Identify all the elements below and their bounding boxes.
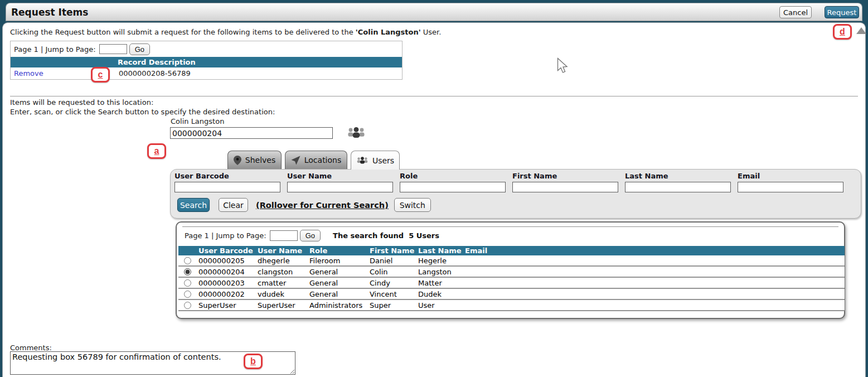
results-table-header: User Barcode User Name Role First Name L…: [178, 246, 845, 255]
cell-user-name: dhegerle: [255, 257, 307, 265]
scroll-up-arrow-icon[interactable]: [856, 27, 866, 34]
comments-label: Comments:: [10, 344, 52, 352]
annotation-d: d: [833, 24, 852, 40]
destination-line1: Items will be requested to this location…: [10, 98, 153, 107]
tab-shelves[interactable]: Shelves: [227, 151, 282, 169]
navigation-arrow-icon: [291, 156, 300, 165]
annotation-b: b: [244, 354, 263, 369]
search-field: Email: [738, 172, 843, 192]
items-table-row: Remove 0000000208-56789: [11, 67, 402, 79]
user-select-radio[interactable]: [184, 291, 191, 298]
cell-first-name: Cindy: [367, 279, 416, 287]
rollover-current-search-link[interactable]: (Rollover for Current Search): [256, 201, 389, 210]
destination-barcode-input[interactable]: [170, 127, 333, 139]
results-top-rule: [182, 226, 838, 227]
cell-last-name: User: [416, 301, 463, 310]
request-items-page: Request Items Cancel Request Clicking th…: [0, 0, 868, 377]
results-jump-page-input[interactable]: [270, 230, 298, 241]
annotation-a: a: [147, 143, 166, 159]
col-role: Role: [307, 246, 367, 255]
section-divider: [10, 96, 858, 96]
results-rows: 0000000205 dhegerle Fileroom Daniel Hege…: [178, 255, 845, 311]
cell-user-barcode: SuperUser: [196, 301, 255, 310]
items-table-header: Record Description: [11, 57, 402, 67]
cell-user-barcode: 0000000202: [196, 290, 255, 298]
tab-locations[interactable]: Locations: [285, 151, 347, 169]
destination-line2: Enter, scan, or click the Search button …: [10, 108, 275, 116]
search-field-label: First Name: [512, 172, 618, 181]
col-email: Email: [463, 246, 845, 255]
tab-shelves-label: Shelves: [245, 156, 275, 165]
cell-last-name: Hegerle: [416, 257, 463, 265]
users-group-icon[interactable]: [347, 126, 366, 140]
user-select-radio[interactable]: [184, 268, 191, 276]
items-jump-page-input[interactable]: [99, 44, 127, 54]
items-go-button[interactable]: Go: [129, 44, 150, 55]
results-pager-label: Page 1 | Jump to Page:: [185, 231, 266, 240]
remove-link[interactable]: Remove: [14, 69, 43, 78]
cell-user-name: SuperUser: [255, 301, 307, 310]
cell-user-name: vdudek: [255, 290, 307, 298]
intro-suffix: User.: [421, 28, 442, 36]
annotation-c: c: [91, 67, 110, 83]
switch-button[interactable]: Switch: [394, 198, 431, 212]
user-select-radio[interactable]: [184, 257, 191, 264]
user-select-radio[interactable]: [184, 279, 191, 287]
cell-last-name: Langston: [416, 268, 463, 276]
search-field: User Barcode: [174, 172, 280, 192]
cell-role: General: [307, 279, 367, 287]
request-button[interactable]: Request: [825, 6, 859, 18]
items-table: Page 1 | Jump to Page: Go Record Descrip…: [10, 41, 403, 80]
table-row[interactable]: 0000000204 clangston General Colin Langs…: [178, 267, 845, 278]
search-field-label: Email: [738, 172, 843, 181]
search-field: First Name: [512, 172, 618, 192]
search-button[interactable]: Search: [177, 198, 210, 212]
intro-user-name: 'Colin Langston': [356, 28, 421, 36]
search-results-panel: Page 1 | Jump to Page: Go The search fou…: [176, 221, 845, 319]
search-field-input[interactable]: [512, 182, 618, 192]
window-header: Request Items: [6, 3, 862, 21]
table-row[interactable]: 0000000203 cmatter General Cindy Matter: [178, 278, 845, 289]
table-row[interactable]: SuperUser SuperUser Administrators Super…: [178, 300, 845, 311]
results-pager: Page 1 | Jump to Page: Go The search fou…: [185, 230, 439, 241]
col-first-name: First Name: [367, 246, 416, 255]
search-field-input[interactable]: [400, 182, 506, 192]
search-field-label: Role: [400, 172, 506, 181]
search-field-label: User Name: [287, 172, 393, 181]
col-last-name: Last Name: [416, 246, 463, 255]
cell-role: General: [307, 290, 367, 298]
col-user-barcode: User Barcode: [196, 246, 255, 255]
cell-user-barcode: 0000000203: [196, 279, 255, 287]
cell-user-barcode: 0000000204: [196, 268, 255, 276]
search-field-label: Last Name: [625, 172, 731, 181]
cell-role: Administrators: [307, 301, 367, 310]
search-field-input[interactable]: [625, 182, 731, 192]
table-row[interactable]: 0000000202 vdudek General Vincent Dudek: [178, 289, 845, 300]
search-field: Last Name: [625, 172, 731, 192]
tab-users[interactable]: Users: [351, 151, 400, 170]
search-field: User Name: [287, 172, 393, 192]
users-icon: [356, 156, 368, 165]
cell-user-barcode: 0000000205: [196, 257, 255, 265]
col-user-name: User Name: [255, 246, 307, 255]
intro-text: Clicking the Request button will submit …: [10, 28, 441, 36]
record-description-value: 0000000208-56789: [115, 69, 191, 78]
cell-first-name: Daniel: [367, 257, 416, 265]
table-row[interactable]: 0000000205 dhegerle Fileroom Daniel Hege…: [178, 255, 845, 267]
destination-user-name: Colin Langston: [171, 117, 224, 125]
search-field-input[interactable]: [738, 182, 843, 192]
results-go-button[interactable]: Go: [300, 230, 321, 241]
mouse-cursor: [557, 57, 569, 74]
cancel-button[interactable]: Cancel: [779, 6, 812, 18]
cell-last-name: Matter: [416, 279, 463, 287]
search-field-input[interactable]: [287, 182, 393, 192]
items-pager-label: Page 1 | Jump to Page:: [14, 45, 96, 54]
user-select-radio[interactable]: [184, 302, 191, 309]
clear-button[interactable]: Clear: [219, 198, 248, 212]
cell-role: General: [307, 268, 367, 276]
search-field-input[interactable]: [174, 182, 280, 192]
user-search-panel: User Barcode User Name Role First Name: [170, 169, 861, 219]
search-actions: Search Clear (Rollover for Current Searc…: [177, 198, 431, 212]
tab-users-label: Users: [372, 156, 394, 165]
search-field-label: User Barcode: [174, 172, 280, 181]
